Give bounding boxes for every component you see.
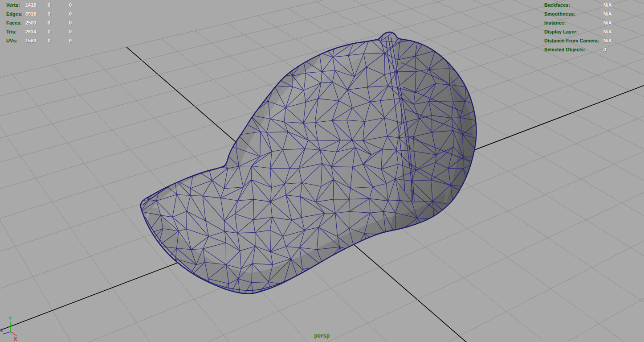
faces-component: 0 — [69, 18, 72, 27]
hud-row-display-layer: Display Layer:N/A — [544, 27, 612, 36]
hud-row-verts: Verts: 1418 0 0 — [6, 0, 23, 9]
uvs-selected: 0 — [48, 36, 50, 45]
edges-component: 0 — [69, 9, 72, 18]
tris-component: 0 — [69, 27, 72, 36]
uvs-total: 1583 — [25, 36, 36, 45]
instance-label: Instance: — [544, 18, 603, 27]
hud-row-tris: Tris: 2614 0 0 — [6, 27, 23, 36]
display-layer-label: Display Layer: — [544, 27, 603, 36]
backfaces-label: Backfaces: — [544, 0, 603, 9]
selected-objects-label: Selected Objects: — [544, 45, 603, 54]
hud-row-selected-objects: Selected Objects:0 — [544, 45, 612, 54]
uvs-component: 0 — [69, 36, 72, 45]
poly-count-hud: Verts: 1418 0 0 Edges: 3918 0 0 Faces: 2… — [6, 0, 23, 45]
x-axis-label: X — [14, 336, 17, 342]
edges-total: 3918 — [25, 9, 36, 18]
tris-total: 2614 — [25, 27, 36, 36]
faces-selected: 0 — [48, 18, 50, 27]
backfaces-value: N/A — [603, 2, 612, 8]
hud-row-edges: Edges: 3918 0 0 — [6, 9, 23, 18]
verts-label: Verts: — [6, 2, 20, 8]
edges-selected: 0 — [48, 9, 50, 18]
maya-viewport[interactable]: Verts: 1418 0 0 Edges: 3918 0 0 Faces: 2… — [0, 0, 644, 342]
verts-total: 1418 — [25, 0, 36, 9]
y-axis-label: Y — [8, 316, 12, 321]
selected-objects-value: 0 — [603, 47, 606, 52]
distance-from-camera-value: N/A — [603, 38, 612, 43]
z-axis-label: Z — [0, 328, 4, 333]
verts-component: 0 — [69, 0, 72, 9]
smoothness-value: N/A — [603, 11, 612, 16]
hud-row-distance-from-camera: Distance From Camera:N/A — [544, 36, 612, 45]
distance-from-camera-label: Distance From Camera: — [544, 36, 603, 45]
tris-selected: 0 — [48, 27, 50, 36]
x-axis-line — [11, 332, 16, 336]
hud-row-smoothness: Smoothness:N/A — [544, 9, 612, 18]
display-layer-value: N/A — [603, 29, 612, 34]
hud-row-backfaces: Backfaces:N/A — [544, 0, 612, 9]
edges-label: Edges: — [6, 11, 23, 16]
instance-value: N/A — [603, 20, 612, 25]
object-details-hud: Backfaces:N/A Smoothness:N/A Instance:N/… — [544, 0, 612, 54]
z-axis-line — [3, 332, 11, 334]
verts-selected: 0 — [48, 0, 50, 9]
camera-name-label: persp — [0, 333, 644, 339]
hud-row-uvs: UVs: 1583 0 0 — [6, 36, 23, 45]
axis-gizmo: Y Z X — [0, 312, 31, 342]
uvs-label: UVs: — [6, 38, 17, 43]
hud-row-instance: Instance:N/A — [544, 18, 612, 27]
tris-label: Tris: — [6, 29, 16, 34]
faces-total: 2500 — [25, 18, 36, 27]
hud-row-faces: Faces: 2500 0 0 — [6, 18, 23, 27]
faces-label: Faces: — [6, 20, 22, 25]
smoothness-label: Smoothness: — [544, 9, 603, 18]
